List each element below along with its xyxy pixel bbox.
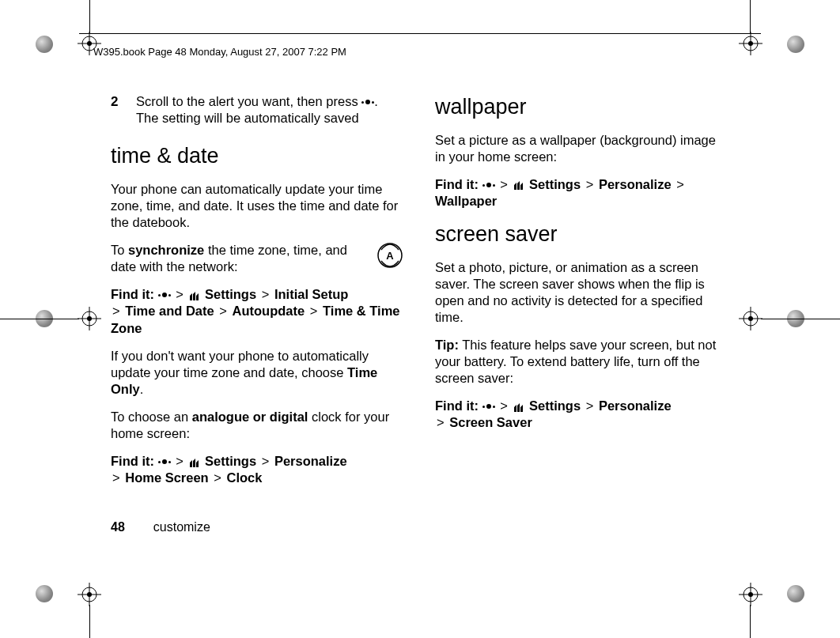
gt: > <box>112 304 120 318</box>
nav-settings: Settings <box>529 398 581 413</box>
find-it-path: Find it: > Settings > Initial Setup > Ti… <box>111 286 403 336</box>
heading-screen-saver: screen saver <box>435 221 728 248</box>
nav-settings: Settings <box>205 454 256 468</box>
right-column: wallpaper Set a picture as a wallpaper (… <box>435 93 728 497</box>
nav-key-icon <box>482 183 495 188</box>
tip-label: Tip: <box>435 338 459 352</box>
paragraph: Tip: This feature helps save your screen… <box>435 337 728 387</box>
crop-circle <box>787 36 804 53</box>
paragraph: To choose an analogue or digital clock f… <box>111 409 403 442</box>
find-it-path: Find it: > Settings > Personalize > Home… <box>111 453 403 486</box>
gt: > <box>262 454 270 468</box>
nav-personalize: Personalize <box>274 454 347 468</box>
nav-clock: Clock <box>227 470 263 485</box>
text-bold: synchronize <box>128 243 204 257</box>
crop-line <box>89 605 90 638</box>
find-it-path: Find it: > Settings > Personalize > Scre… <box>435 398 728 431</box>
nav-time-and-date: Time and Date <box>125 304 214 318</box>
text: To <box>111 243 128 257</box>
find-it-label: Find it: <box>435 177 479 191</box>
text: This feature helps save your screen, but… <box>435 338 716 385</box>
nav-key-icon <box>482 404 495 410</box>
registration-mark <box>739 307 762 330</box>
crop-line <box>761 319 840 319</box>
heading-time-date: time & date <box>111 142 403 170</box>
nav-settings: Settings <box>529 177 581 191</box>
svg-point-15 <box>748 592 753 597</box>
gt: > <box>586 398 594 413</box>
find-it-path: Find it: > Settings > Personalize > Wall… <box>435 176 728 210</box>
nav-screen-saver: Screen Saver <box>449 415 532 429</box>
crop-circle <box>787 585 804 602</box>
crop-circle <box>36 36 53 53</box>
text: . <box>140 382 144 396</box>
nav-home-screen: Home Screen <box>125 470 208 485</box>
text: Scroll to the alert you want, then press <box>136 94 361 108</box>
crop-line <box>0 319 79 319</box>
text: If you don't want your phone to automati… <box>111 349 369 379</box>
find-it-label: Find it: <box>111 454 154 468</box>
nav-wallpaper: Wallpaper <box>435 194 497 208</box>
registration-mark <box>739 32 762 55</box>
text: To choose an <box>111 410 192 424</box>
section-name: customize <box>153 520 210 534</box>
nav-key-icon <box>158 293 171 298</box>
nav-personalize: Personalize <box>599 177 672 191</box>
svg-point-3 <box>87 41 92 46</box>
settings-icon <box>513 179 525 191</box>
svg-point-19 <box>87 316 92 321</box>
find-it-label: Find it: <box>111 287 154 301</box>
paragraph: Set a picture as a wallpaper (background… <box>435 132 728 165</box>
paragraph: Your phone can automatically update your… <box>111 181 403 231</box>
gt: > <box>500 398 508 413</box>
nav-key-icon <box>361 100 374 105</box>
step-number: 2 <box>111 93 122 126</box>
gt: > <box>214 470 221 485</box>
crop-circle <box>36 585 53 602</box>
svg-point-23 <box>748 316 753 321</box>
step-2: 2 Scroll to the alert you want, then pre… <box>111 93 403 126</box>
svg-point-11 <box>87 592 92 597</box>
page-footer: 48customize <box>111 520 210 534</box>
gt: > <box>112 470 120 485</box>
settings-icon <box>188 290 201 301</box>
text-bold: analogue or digital <box>192 410 308 424</box>
gt: > <box>219 304 227 318</box>
gt: > <box>500 177 508 191</box>
page-header: W395.book Page 48 Monday, August 27, 200… <box>93 46 346 58</box>
crop-line <box>89 0 90 33</box>
settings-icon <box>188 457 201 468</box>
nav-autoupdate: Autoupdate <box>233 304 305 318</box>
gt: > <box>176 287 184 301</box>
step-text: Scroll to the alert you want, then press… <box>136 93 403 126</box>
registration-mark <box>78 32 101 55</box>
paragraph: A To synchronize the time zone, time, an… <box>111 242 403 275</box>
svg-point-7 <box>748 41 753 46</box>
heading-wallpaper: wallpaper <box>435 93 728 121</box>
network-feature-icon: A <box>376 242 403 269</box>
gt: > <box>586 177 594 191</box>
svg-text:A: A <box>386 250 394 262</box>
gt: > <box>262 287 270 301</box>
crop-line <box>750 605 751 638</box>
settings-icon <box>513 402 525 413</box>
gt: > <box>676 177 684 191</box>
page-number: 48 <box>111 520 125 534</box>
gt: > <box>176 454 184 468</box>
page-frame-line <box>79 33 761 34</box>
registration-mark <box>78 307 101 330</box>
registration-mark <box>78 583 101 606</box>
left-column: 2 Scroll to the alert you want, then pre… <box>111 93 403 497</box>
nav-key-icon <box>158 459 171 465</box>
nav-initial-setup: Initial Setup <box>274 287 349 301</box>
nav-settings: Settings <box>205 287 256 301</box>
paragraph: Set a photo, picture, or animation as a … <box>435 259 728 326</box>
gt: > <box>310 304 318 318</box>
gt: > <box>437 415 445 429</box>
registration-mark <box>739 583 762 606</box>
paragraph: If you don't want your phone to automati… <box>111 348 403 398</box>
nav-personalize: Personalize <box>599 398 672 413</box>
crop-line <box>750 0 751 33</box>
page-content: 2 Scroll to the alert you want, then pre… <box>111 93 728 497</box>
find-it-label: Find it: <box>435 398 479 413</box>
